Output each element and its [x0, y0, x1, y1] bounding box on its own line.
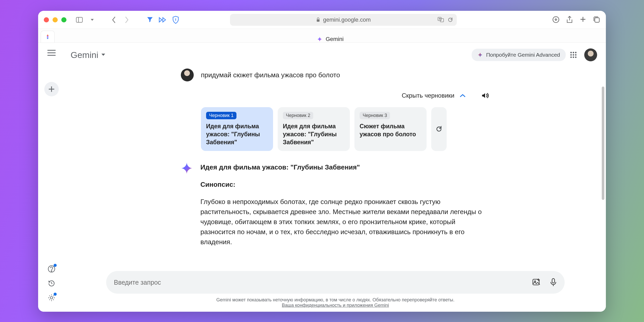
reload-icon[interactable]: [447, 17, 453, 23]
active-tab[interactable]: Gemini: [55, 36, 606, 43]
regenerate-drafts-button[interactable]: [431, 107, 447, 151]
svg-point-18: [573, 52, 574, 53]
draft-card-3[interactable]: Черновик 3 Сюжет фильма ужасов про болот…: [354, 107, 427, 151]
draft-cards: Черновик 1 Идея для фильма ужасов: "Глуб…: [201, 107, 490, 151]
assistant-message: Идея для фильма ужасов: "Глубины Забвени…: [181, 162, 490, 252]
gemini-spark-icon: [317, 36, 323, 42]
traffic-lights: [44, 17, 66, 22]
gemini-spark-icon: [477, 52, 483, 58]
tab-label: Gemini: [326, 36, 344, 43]
svg-point-23: [570, 56, 572, 58]
prompt-placeholder: Введите запрос: [114, 279, 161, 286]
svg-point-25: [575, 56, 577, 58]
lock-icon: [316, 18, 320, 22]
downloads-icon[interactable]: [552, 16, 560, 24]
close-window-button[interactable]: [44, 17, 49, 22]
fast-forward-icon[interactable]: [158, 15, 168, 25]
new-tab-icon[interactable]: [580, 16, 586, 24]
hamburger-menu-button[interactable]: [47, 49, 56, 56]
draft-chip: Черновик 2: [283, 112, 313, 119]
app-favicon-icon: [45, 34, 51, 40]
new-chat-button[interactable]: [44, 82, 59, 96]
help-button[interactable]: [44, 262, 59, 276]
answer-subtitle: Синопсис:: [200, 180, 490, 190]
svg-point-17: [570, 52, 572, 53]
disclaimer-text: Gemini может показывать неточную информа…: [216, 297, 454, 302]
svg-point-8: [47, 36, 48, 38]
draft-card-1[interactable]: Черновик 1 Идея для фильма ужасов: "Глуб…: [201, 107, 273, 151]
svg-point-19: [575, 52, 577, 53]
notification-dot: [54, 264, 57, 267]
draft-title: Сюжет фильма ужасов про болото: [360, 122, 421, 138]
share-icon[interactable]: [566, 16, 573, 24]
chevron-down-icon: [101, 53, 106, 56]
brand-label: Gemini: [71, 50, 98, 60]
svg-rect-5: [440, 19, 444, 22]
forward-button[interactable]: [122, 15, 132, 25]
brand-dropdown[interactable]: Gemini: [71, 50, 106, 60]
minimize-window-button[interactable]: [53, 17, 58, 22]
google-apps-button[interactable]: [568, 49, 579, 61]
svg-point-15: [51, 271, 52, 272]
user-message-text: придумай сюжет фильма ужасов про болото: [201, 69, 340, 79]
svg-point-24: [573, 56, 574, 58]
sidebar: [38, 43, 65, 312]
svg-point-22: [575, 54, 577, 56]
app-header: Gemini Попробуйте Gemini Advanced: [65, 43, 606, 67]
svg-rect-28: [552, 278, 555, 283]
browser-tabstrip: Gemini: [38, 29, 606, 43]
svg-rect-0: [76, 17, 82, 22]
gemini-spark-icon: [181, 162, 193, 174]
svg-point-21: [573, 54, 574, 56]
draft-chip: Черновик 3: [360, 112, 390, 119]
notification-dot: [54, 293, 57, 296]
scrollbar-thumb[interactable]: [602, 87, 604, 200]
privacy-link[interactable]: Ваша конфиденциальность и приложения Gem…: [282, 303, 389, 308]
maximize-window-button[interactable]: [61, 17, 66, 22]
add-image-button[interactable]: [532, 278, 540, 287]
user-message: придумай сюжет фильма ужасов про болото: [181, 69, 490, 81]
main-panel: Gemini Попробуйте Gemini Advanced придум…: [65, 43, 606, 312]
speaker-button[interactable]: [481, 92, 489, 99]
svg-rect-3: [317, 19, 320, 22]
refresh-icon: [436, 126, 442, 132]
account-avatar[interactable]: [584, 48, 597, 61]
draft-card-2[interactable]: Черновик 2 Идея для фильма ужасов: "Глуб…: [278, 107, 350, 151]
draft-chip: Черновик 1: [206, 112, 236, 119]
pinned-tab[interactable]: [41, 31, 55, 43]
back-button[interactable]: [109, 15, 119, 25]
sidebar-toggle-icon[interactable]: [74, 15, 84, 25]
translate-icon[interactable]: [438, 17, 444, 23]
try-advanced-button[interactable]: Попробуйте Gemini Advanced: [472, 49, 566, 61]
download-funnel-icon[interactable]: [145, 15, 155, 25]
chevron-up-icon[interactable]: [460, 94, 466, 98]
url-text: gemini.google.com: [323, 16, 371, 23]
advanced-label: Попробуйте Gemini Advanced: [486, 52, 560, 58]
svg-rect-7: [595, 18, 599, 22]
settings-button[interactable]: [44, 291, 59, 305]
hide-drafts-toggle[interactable]: Скрыть черновики: [402, 92, 454, 99]
dropdown-icon[interactable]: [87, 15, 97, 25]
browser-toolbar: gemini.google.com: [38, 11, 606, 29]
history-button[interactable]: [44, 276, 59, 291]
shield-icon[interactable]: [171, 15, 181, 25]
prompt-input-bar[interactable]: Введите запрос: [106, 271, 565, 294]
app-content: Gemini Попробуйте Gemini Advanced придум…: [38, 43, 606, 312]
svg-point-20: [570, 54, 572, 56]
footer: Gemini может показывать неточную информа…: [65, 297, 606, 308]
draft-title: Идея для фильма ужасов: "Глубины Забвени…: [206, 122, 268, 146]
apps-grid-icon: [570, 52, 577, 58]
answer-title: Идея для фильма ужасов: "Глубины Забвени…: [200, 162, 490, 172]
browser-window: gemini.google.com Gemini: [38, 11, 606, 312]
svg-point-16: [50, 296, 53, 299]
user-avatar: [181, 69, 194, 81]
draft-title: Идея для фильма ужасов: "Глубины Забвени…: [283, 122, 345, 146]
tabs-icon[interactable]: [593, 16, 600, 24]
address-bar[interactable]: gemini.google.com: [230, 14, 457, 26]
mic-button[interactable]: [550, 278, 557, 287]
answer-body: Глубоко в непроходимых болотах, где солн…: [200, 197, 490, 247]
